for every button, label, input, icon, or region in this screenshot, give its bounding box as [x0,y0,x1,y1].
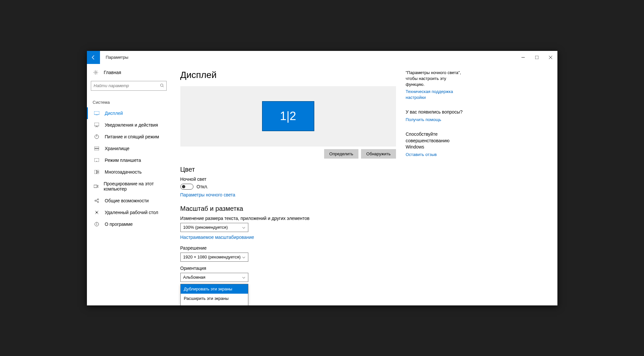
svg-point-28 [96,223,97,223]
back-button[interactable] [87,51,100,64]
orientation-combobox[interactable]: Альбомная [180,273,248,282]
tech-support-link[interactable]: Техническая поддержка настройки [406,89,465,101]
resolution-value: 1920 × 1080 (рекомендуется) [183,255,241,259]
nav-label: Уведомления и действия [105,122,158,128]
main: Дисплей 1|2 Определить Обнаружить Цвет Н… [171,64,557,305]
sidebar-section-label: Система [87,91,171,107]
nav-label: Режим планшета [105,158,141,163]
svg-rect-13 [94,149,99,150]
svg-rect-12 [94,147,99,148]
svg-point-15 [96,161,97,162]
nav-about[interactable]: О программе [87,218,171,230]
nav-label: Проецирование на этот компьютер [104,181,164,192]
power-icon [94,134,100,139]
chevron-down-icon [242,275,245,280]
nav-shared[interactable]: Общие возможности [87,195,171,207]
arrange-buttons: Определить Обнаружить [180,149,396,159]
resolution-combobox[interactable]: 1920 × 1080 (рекомендуется) [180,253,248,262]
remote-icon [94,210,100,215]
svg-rect-18 [97,172,99,174]
chevron-down-icon [242,255,245,259]
detect-button[interactable]: Обнаружить [361,149,396,159]
svg-rect-1 [535,56,538,59]
orientation-value: Альбомная [183,275,206,280]
close-icon [549,56,552,59]
nav-storage[interactable]: Хранилище [87,143,171,154]
multitask-icon [94,170,100,174]
titlebar: Параметры [87,51,557,64]
feedback-link[interactable]: Оставить отзыв [406,152,465,158]
nav-projecting[interactable]: Проецирование на этот компьютер [87,178,171,195]
nightlight-state: Откл. [197,184,208,189]
monitor-thumbnail[interactable]: 1|2 [262,101,314,131]
scale-value: 100% (рекомендуется) [183,225,228,230]
sidebar-home-label: Главная [104,70,121,75]
custom-scaling-link[interactable]: Настраиваемое масштабирование [180,235,254,240]
nav-label: Хранилище [105,146,130,151]
storage-icon [94,147,100,150]
resolution-label: Разрешение [180,245,396,251]
window-title: Параметры [100,55,128,60]
settings-window: Параметры Главная Система Дисплей [87,51,557,305]
sidebar: Главная Система Дисплей Уведомления и де… [87,64,171,305]
nav-notifications[interactable]: Уведомления и действия [87,119,171,131]
chevron-down-icon [242,225,245,230]
get-help-link[interactable]: Получить помощь [406,117,465,123]
tablet-icon [94,158,100,162]
nightlight-settings-link[interactable]: Параметры ночного света [180,192,236,197]
svg-rect-7 [94,111,99,115]
gear-icon [93,70,99,75]
scale-heading: Масштаб и разметка [180,205,396,212]
scale-combobox[interactable]: 100% (рекомендуется) [180,223,248,232]
content: Дисплей 1|2 Определить Обнаружить Цвет Н… [180,70,396,305]
nav-remote[interactable]: Удаленный рабочий стол [87,207,171,218]
search-input[interactable] [91,81,167,91]
svg-line-23 [96,200,97,200]
sidebar-home[interactable]: Главная [87,67,171,78]
nav-label: Питание и спящий режим [105,134,159,139]
svg-rect-16 [94,170,96,174]
svg-point-22 [97,201,99,203]
color-heading: Цвет [180,166,396,173]
dropdown-item-extend[interactable]: Расширить эти экраны [181,294,248,303]
close-button[interactable] [544,51,557,64]
nightlight-toggle[interactable] [180,184,193,190]
scale-label: Изменение размера текста, приложений и д… [180,216,396,221]
maximize-button[interactable] [530,51,544,64]
minimize-button[interactable] [516,51,530,64]
minimize-icon [521,56,525,59]
svg-line-24 [96,201,97,202]
share-icon [94,198,100,203]
right-hint-group: "Параметры ночного света", чтобы настрои… [406,70,465,101]
right-questions-group: У вас появились вопросы? Получить помощь [406,109,465,123]
notification-icon [94,123,100,127]
svg-rect-9 [94,123,99,126]
window-controls [516,51,557,64]
info-icon [94,222,100,226]
nav-tablet[interactable]: Режим планшета [87,154,171,166]
right-feedback-group: Способствуйте совершенствованию Windows … [406,131,465,158]
display-arrange-area[interactable]: 1|2 [180,86,396,147]
maximize-icon [535,56,538,59]
project-icon [94,184,99,188]
right-pane: "Параметры ночного света", чтобы настрои… [396,70,468,305]
dropdown-item-duplicate[interactable]: Дублировать эти экраны [181,284,248,294]
svg-point-21 [97,199,99,200]
svg-point-4 [95,71,96,73]
nav-label: Удаленный рабочий стол [105,210,158,215]
identify-button[interactable]: Определить [324,149,358,159]
svg-point-5 [160,84,163,86]
nav-label: Многозадачность [105,169,142,175]
arrow-left-icon [91,55,96,60]
nav-power[interactable]: Питание и спящий режим [87,131,171,143]
display-icon [94,111,100,115]
svg-rect-19 [94,185,97,188]
nightlight-toggle-row: Откл. [180,184,396,190]
body: Главная Система Дисплей Уведомления и де… [87,64,557,305]
svg-point-20 [95,200,96,201]
nightlight-label: Ночной свет [180,177,396,182]
nav-multitask[interactable]: Многозадачность [87,166,171,178]
nav-label: Общие возможности [105,198,149,203]
dropdown-item-only1[interactable]: Показать только на 1 [181,303,248,305]
nav-display[interactable]: Дисплей [87,107,171,119]
